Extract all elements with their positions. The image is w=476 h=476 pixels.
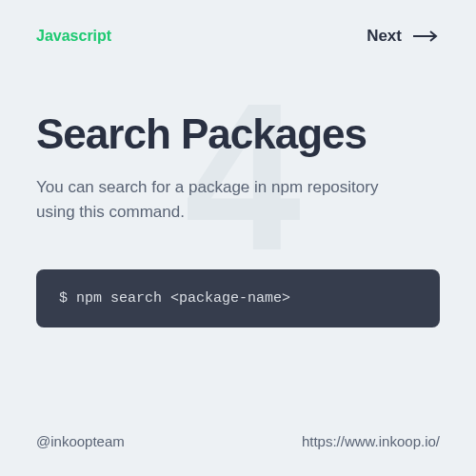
main-content: 4 Search Packages You can search for a p… <box>0 46 476 327</box>
page-title: Search Packages <box>36 110 440 158</box>
code-block: $ npm search <package-name> <box>36 269 440 327</box>
code-text: $ npm search <package-name> <box>59 290 290 307</box>
arrow-right-icon <box>413 30 440 42</box>
category-label: Javascript <box>36 28 111 45</box>
footer: @inkoopteam https://www.inkoop.io/ <box>36 433 440 449</box>
social-handle: @inkoopteam <box>36 433 125 449</box>
header: Javascript Next <box>0 0 476 46</box>
description-text: You can search for a package in npm repo… <box>36 175 398 224</box>
next-button[interactable]: Next <box>367 27 440 46</box>
next-label: Next <box>367 27 402 46</box>
website-url: https://www.inkoop.io/ <box>302 433 440 449</box>
